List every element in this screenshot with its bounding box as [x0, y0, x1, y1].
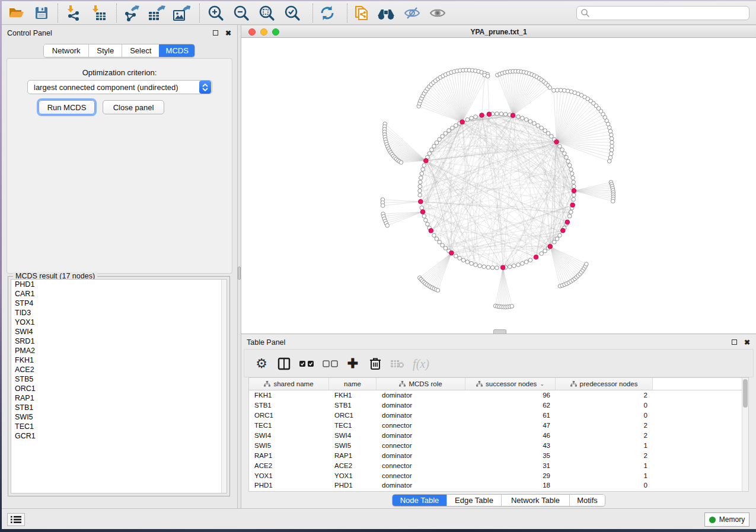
table-row[interactable]: RAP1RAP1dominator352	[249, 450, 742, 460]
network-node[interactable]	[428, 152, 432, 156]
mcds-result-list[interactable]: PHD1CAR1STP4TID3YOX1SWI4SRD1PMA2FKH1ACE2…	[11, 279, 227, 493]
network-node[interactable]	[610, 148, 614, 152]
network-node[interactable]	[546, 132, 550, 136]
network-node[interactable]	[508, 265, 512, 269]
export-network-icon[interactable]	[122, 4, 141, 22]
network-node[interactable]	[422, 214, 426, 219]
hide-details-icon[interactable]	[403, 4, 422, 22]
network-node[interactable]	[435, 141, 439, 145]
table-scrollbar-thumb[interactable]	[743, 379, 748, 408]
network-node[interactable]	[608, 126, 612, 130]
tab-select[interactable]: Select	[122, 44, 160, 57]
network-node[interactable]	[540, 126, 544, 130]
tab-edge-table[interactable]: Edge Table	[446, 495, 501, 506]
network-node[interactable]	[465, 260, 470, 264]
mcds-result-item[interactable]: SWI5	[11, 412, 227, 422]
network-node[interactable]	[611, 199, 615, 203]
mcds-node[interactable]	[554, 140, 559, 145]
network-node[interactable]	[447, 129, 451, 133]
mcds-result-item[interactable]: PHD1	[11, 280, 227, 289]
network-node[interactable]	[432, 145, 436, 149]
mcds-node[interactable]	[511, 113, 515, 118]
mcds-result-item[interactable]: SWI4	[11, 327, 227, 336]
network-node[interactable]	[465, 118, 470, 122]
network-graph[interactable]	[241, 38, 756, 334]
network-node[interactable]	[454, 124, 458, 128]
network-node[interactable]	[516, 263, 521, 267]
mcds-node[interactable]	[420, 210, 425, 214]
network-node[interactable]	[461, 258, 465, 262]
mcds-result-item[interactable]: GCR1	[11, 431, 227, 441]
network-node[interactable]	[385, 223, 390, 227]
network-node[interactable]	[430, 148, 434, 152]
mcds-node[interactable]	[449, 251, 454, 255]
table-row[interactable]: PHD1PHD1dominator180	[249, 480, 742, 491]
column-header-predecessor-nodes[interactable]: predecessor nodes	[556, 378, 653, 390]
network-node[interactable]	[555, 237, 559, 241]
mcds-result-item[interactable]: ORC1	[11, 384, 227, 393]
network-node[interactable]	[540, 252, 544, 256]
create-column-icon[interactable]: ✚	[344, 355, 362, 373]
network-node[interactable]	[422, 164, 426, 168]
mcds-node[interactable]	[419, 200, 423, 204]
network-node[interactable]	[610, 140, 614, 145]
import-network-icon[interactable]	[64, 4, 83, 22]
open-session-icon[interactable]	[7, 4, 26, 22]
mcds-result-item[interactable]: STB5	[11, 374, 227, 384]
network-node[interactable]	[381, 204, 385, 208]
network-node[interactable]	[585, 262, 589, 267]
mcds-result-item[interactable]: PMA2	[11, 346, 227, 355]
network-node[interactable]	[482, 265, 486, 269]
network-node[interactable]	[610, 137, 614, 141]
splitter-handle[interactable]	[238, 267, 241, 280]
table-row[interactable]: ORC1ORC1dominator610	[249, 411, 742, 421]
close-panel-icon[interactable]: ✖	[224, 29, 232, 37]
network-node[interactable]	[543, 249, 547, 253]
vertical-splitter[interactable]	[237, 25, 241, 508]
network-node[interactable]	[524, 260, 528, 264]
delete-columns-icon[interactable]	[366, 355, 384, 373]
network-node[interactable]	[553, 240, 557, 244]
network-node[interactable]	[458, 257, 462, 261]
result-list-scrollbar[interactable]	[221, 280, 227, 493]
search-input[interactable]	[590, 7, 749, 19]
network-node[interactable]	[490, 266, 495, 270]
network-node[interactable]	[610, 144, 614, 148]
table-row[interactable]: STB1STB1dominator620	[249, 400, 742, 411]
network-node[interactable]	[548, 86, 552, 90]
network-node[interactable]	[570, 172, 574, 176]
mcds-node[interactable]	[429, 229, 433, 233]
network-node[interactable]	[572, 180, 576, 184]
network-node[interactable]	[608, 156, 613, 160]
network-node[interactable]	[521, 261, 525, 265]
import-table-icon[interactable]	[89, 4, 108, 22]
table-row[interactable]: SWI4SWI4dominator462	[249, 431, 742, 441]
column-header-successor-nodes[interactable]: successor nodes⌄	[465, 378, 556, 390]
network-node[interactable]	[521, 116, 525, 120]
network-node[interactable]	[536, 124, 540, 128]
mcds-node[interactable]	[480, 113, 484, 118]
network-node[interactable]	[424, 218, 428, 222]
table-row[interactable]: FKH1FKH1dominator962	[249, 390, 742, 400]
network-node[interactable]	[567, 214, 572, 219]
task-history-button[interactable]	[7, 513, 25, 526]
mcds-node[interactable]	[548, 244, 553, 249]
network-node[interactable]	[444, 246, 448, 251]
network-node[interactable]	[418, 189, 422, 193]
network-node[interactable]	[438, 240, 442, 244]
zoom-in-icon[interactable]	[206, 4, 225, 22]
mcds-node[interactable]	[424, 158, 429, 163]
mcds-result-item[interactable]: TID3	[11, 308, 227, 318]
network-node[interactable]	[432, 233, 436, 238]
mcds-node[interactable]	[565, 220, 570, 225]
tab-node-table[interactable]: Node Table	[393, 495, 446, 506]
close-panel-button[interactable]: Close panel	[103, 100, 164, 114]
network-node[interactable]	[532, 121, 537, 126]
optimization-criterion-dropdown[interactable]: largest connected component (undirected)	[27, 80, 212, 94]
network-node[interactable]	[558, 145, 562, 149]
network-node[interactable]	[419, 180, 423, 184]
mcds-result-item[interactable]: ACE2	[11, 365, 227, 374]
table-row[interactable]: YOX1YOX1connector291	[249, 470, 742, 480]
refresh-layout-icon[interactable]	[318, 4, 337, 22]
clone-network-icon[interactable]	[352, 4, 371, 22]
